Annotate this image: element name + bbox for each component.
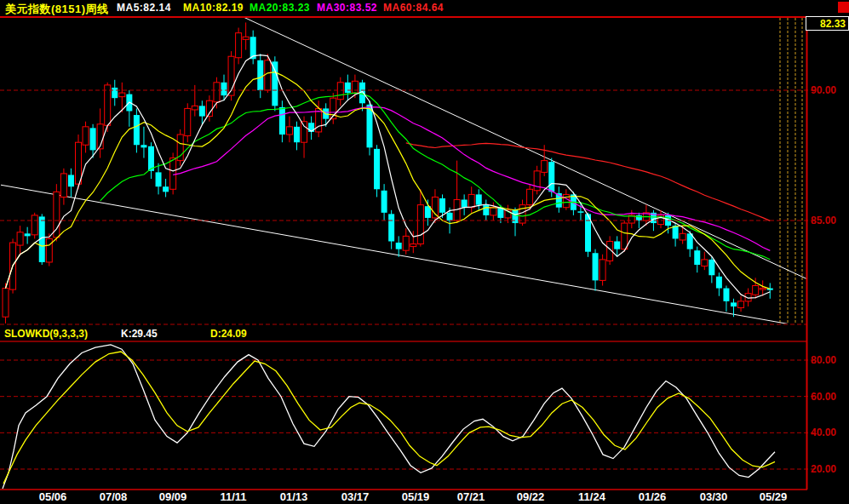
indicator-axis-label: 60.00 — [811, 391, 836, 403]
ma20-legend-label: MA20:83.23 — [250, 2, 310, 14]
x-axis-tick-label: 01/26 — [639, 490, 667, 503]
x-axis-tick-label: 05/29 — [760, 490, 788, 503]
last-price-box: 82.33 — [806, 16, 849, 31]
price-axis-label: 90.00 — [811, 84, 836, 96]
x-axis-tick-label: 11/24 — [578, 490, 605, 503]
x-axis-tick-label: 07/21 — [457, 490, 485, 503]
x-axis-tick-label: 09/09 — [159, 490, 187, 503]
chart-canvas[interactable] — [0, 0, 849, 504]
top-right-red-badge — [838, 2, 849, 13]
x-axis-tick-label: 05/19 — [402, 490, 430, 503]
indicator-axis-label: 20.00 — [811, 463, 836, 475]
x-axis-tick-label: 05/06 — [39, 490, 67, 503]
x-axis-tick-label: 03/17 — [341, 490, 370, 503]
x-axis-tick-label: 09/22 — [517, 490, 545, 503]
instrument-title: 美元指数(8151)周线 — [5, 2, 109, 17]
indicator-axis-label: 40.00 — [811, 427, 836, 438]
ma60-legend-label: MA60:84.64 — [383, 2, 444, 14]
indicator-d-value: D:24.09 — [210, 328, 247, 340]
ma10-legend-label: MA10:82.19 — [183, 2, 244, 14]
x-axis-tick-label: 03/30 — [700, 490, 728, 503]
x-axis-tick-label: 07/08 — [100, 490, 128, 503]
indicator-k-value: K:29.45 — [121, 328, 158, 340]
x-axis-tick-label: 01/13 — [280, 490, 308, 503]
price-axis-label: 85.00 — [811, 215, 836, 226]
indicator-axis-label: 80.00 — [811, 354, 836, 366]
ma30-legend-label: MA30:83.52 — [317, 2, 377, 14]
ma5-legend-label: MA5:82.14 — [117, 2, 171, 14]
indicator-name-label: SLOWKD(9,3,3,3) — [4, 328, 88, 340]
x-axis-tick-label: 11/11 — [220, 490, 246, 503]
chart-app-window: 美元指数(8151)周线 MA5:82.14MA10:82.19MA20:83.… — [0, 0, 849, 504]
